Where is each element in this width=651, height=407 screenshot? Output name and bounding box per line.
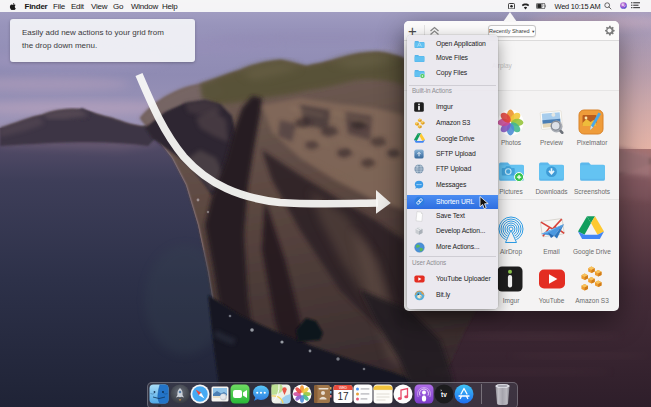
svg-text:WED: WED xyxy=(339,386,348,390)
svg-text:tv: tv xyxy=(441,391,447,398)
svg-text:17: 17 xyxy=(337,391,349,402)
